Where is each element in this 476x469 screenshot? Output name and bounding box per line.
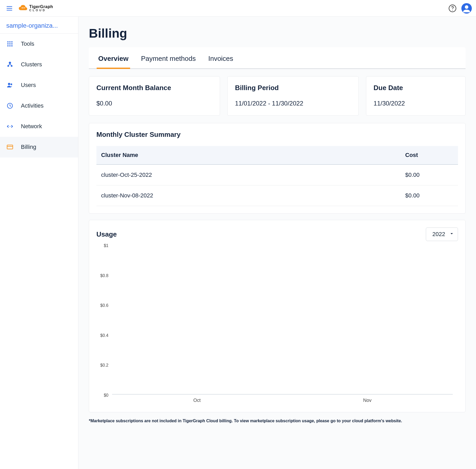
svg-rect-28 — [7, 145, 13, 149]
avatar-icon — [461, 3, 472, 14]
col-cost: Cost — [400, 146, 458, 165]
overview-panel: Overview Payment methods Invoices Curren… — [89, 47, 466, 423]
sidebar-item-label: Activities — [21, 102, 44, 109]
sidebar-item-label: Clusters — [21, 61, 42, 68]
chart-plot-area — [112, 248, 453, 395]
balance-value: $0.00 — [96, 100, 212, 107]
cluster-icon — [6, 61, 14, 68]
cluster-cost-cell: $0.00 — [400, 185, 458, 206]
svg-rect-10 — [9, 41, 10, 42]
svg-point-23 — [8, 83, 10, 85]
due-card: Due Date 11/30/2022 — [366, 76, 466, 116]
help-icon — [448, 4, 457, 13]
sidebar-item-network[interactable]: Network — [0, 116, 78, 137]
year-select[interactable]: 2022 — [426, 227, 458, 241]
cluster-name-cell: cluster-Oct-25-2022 — [96, 165, 400, 185]
cluster-name-cell: cluster-Nov-08-2022 — [96, 185, 400, 206]
table-row: cluster-Oct-25-2022 $0.00 — [96, 165, 458, 185]
svg-rect-13 — [9, 43, 10, 44]
tab-invoices[interactable]: Invoices — [208, 47, 233, 68]
tab-payment-methods[interactable]: Payment methods — [141, 47, 196, 68]
year-value: 2022 — [432, 231, 445, 238]
sidebar: sample-organiza... Tools Clusters Users — [0, 17, 78, 469]
brand-logo: TigerGraph CLOUD — [18, 4, 53, 12]
svg-rect-11 — [11, 41, 12, 42]
svg-point-18 — [9, 62, 11, 64]
sidebar-item-users[interactable]: Users — [0, 75, 78, 96]
y-tick: $0 — [104, 393, 108, 398]
usage-card: Usage 2022 $1 $0.8 $0.6 $0.4 $0.2 — [89, 220, 466, 412]
card-icon — [6, 144, 14, 150]
col-cluster-name: Cluster Name — [96, 146, 400, 165]
cluster-summary-card: Monthly Cluster Summary Cluster Name Cos… — [89, 123, 466, 214]
sidebar-item-billing[interactable]: Billing — [0, 137, 78, 157]
due-value: 11/30/2022 — [374, 100, 458, 107]
y-tick: $0.2 — [100, 363, 108, 368]
help-button[interactable] — [448, 4, 457, 13]
topbar: TigerGraph CLOUD — [0, 0, 476, 17]
menu-button[interactable] — [4, 3, 15, 14]
svg-point-27 — [10, 126, 11, 127]
svg-point-26 — [9, 126, 10, 127]
period-card: Billing Period 11/01/2022 - 11/30/2022 — [227, 76, 358, 116]
sidebar-item-label: Network — [21, 123, 42, 130]
billing-tabs: Overview Payment methods Invoices — [89, 47, 466, 69]
apps-icon — [6, 40, 14, 47]
menu-icon — [6, 5, 13, 12]
sidebar-item-label: Tools — [21, 40, 34, 47]
x-tick: Nov — [363, 398, 371, 403]
svg-rect-15 — [7, 45, 8, 46]
usage-chart: $1 $0.8 $0.6 $0.4 $0.2 $0 Oct Nov — [96, 246, 458, 405]
y-tick: $0.4 — [100, 333, 108, 338]
account-button[interactable] — [461, 3, 472, 14]
brand-line1: TigerGraph — [29, 5, 53, 9]
sidebar-item-label: Users — [21, 82, 36, 89]
code-icon — [6, 123, 14, 130]
y-tick: $1 — [104, 243, 108, 248]
svg-point-24 — [10, 84, 12, 85]
tiger-cloud-icon — [18, 4, 28, 12]
x-tick: Oct — [193, 398, 201, 403]
svg-line-21 — [9, 64, 10, 65]
tab-overview[interactable]: Overview — [98, 47, 129, 68]
y-tick: $0.6 — [100, 303, 108, 308]
cluster-cost-cell: $0.00 — [400, 165, 458, 185]
usage-title: Usage — [96, 230, 117, 238]
brand-line2: CLOUD — [29, 9, 53, 12]
svg-rect-16 — [9, 45, 10, 46]
svg-rect-17 — [11, 45, 12, 46]
clock-icon — [6, 102, 14, 109]
period-value: 11/01/2022 - 11/30/2022 — [235, 100, 351, 107]
sidebar-item-tools[interactable]: Tools — [0, 34, 78, 54]
due-title: Due Date — [374, 84, 458, 92]
svg-point-3 — [22, 7, 23, 8]
people-icon — [6, 82, 14, 89]
balance-card: Current Month Balance $0.00 — [89, 76, 220, 116]
footnote: *Marketplace subscriptions are not inclu… — [89, 419, 466, 423]
sidebar-item-label: Billing — [21, 144, 36, 150]
org-selector[interactable]: sample-organiza... — [0, 17, 78, 34]
svg-rect-14 — [11, 43, 12, 44]
y-tick: $0.8 — [100, 273, 108, 278]
svg-line-22 — [10, 64, 11, 65]
period-title: Billing Period — [235, 84, 351, 92]
cluster-summary-title: Monthly Cluster Summary — [96, 131, 458, 139]
svg-rect-12 — [7, 43, 8, 44]
sidebar-item-activities[interactable]: Activities — [0, 96, 78, 116]
page-title: Billing — [89, 26, 466, 40]
sidebar-item-clusters[interactable]: Clusters — [0, 54, 78, 75]
main-content: Billing Overview Payment methods Invoice… — [78, 17, 476, 469]
svg-rect-9 — [7, 41, 8, 42]
svg-point-6 — [452, 10, 453, 10]
cluster-table: Cluster Name Cost cluster-Oct-25-2022 $0… — [96, 146, 458, 206]
svg-point-4 — [24, 7, 25, 8]
svg-point-8 — [465, 5, 468, 9]
chevron-down-icon — [449, 231, 454, 238]
balance-title: Current Month Balance — [96, 84, 212, 92]
table-row: cluster-Nov-08-2022 $0.00 — [96, 185, 458, 206]
